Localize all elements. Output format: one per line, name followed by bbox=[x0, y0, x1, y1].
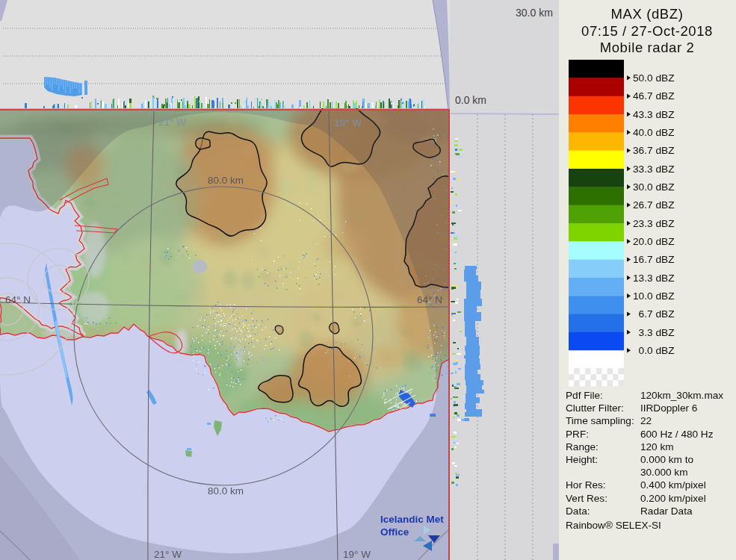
svg-text:Radar Data: Radar Data bbox=[640, 505, 693, 517]
svg-text:Office: Office bbox=[380, 526, 409, 538]
svg-text:64° N: 64° N bbox=[5, 294, 31, 305]
svg-text:33.3 dBZ: 33.3 dBZ bbox=[633, 164, 675, 175]
svg-text:0.200 km/pixel: 0.200 km/pixel bbox=[640, 493, 706, 504]
svg-text:120km_30km.max: 120km_30km.max bbox=[640, 390, 723, 401]
svg-text:0.0 km: 0.0 km bbox=[455, 94, 486, 106]
svg-text:36.7 dBZ: 36.7 dBZ bbox=[633, 145, 675, 156]
svg-text:Rainbow® SELEX-SI: Rainbow® SELEX-SI bbox=[566, 520, 661, 531]
svg-text:PRF:: PRF: bbox=[566, 429, 589, 440]
svg-text:64° N: 64° N bbox=[417, 294, 442, 305]
svg-text:19° W: 19° W bbox=[334, 117, 362, 128]
svg-text:Data:: Data: bbox=[566, 505, 590, 517]
svg-text:Pdf File:: Pdf File: bbox=[566, 390, 603, 401]
svg-text:Range:: Range: bbox=[566, 441, 599, 452]
svg-text:600 Hz / 480 Hz: 600 Hz / 480 Hz bbox=[640, 429, 714, 440]
svg-text:30.000 km: 30.000 km bbox=[640, 467, 687, 478]
svg-text:30.0 dBZ: 30.0 dBZ bbox=[633, 181, 675, 193]
svg-text:3.3 dBZ: 3.3 dBZ bbox=[633, 327, 675, 338]
svg-text:Vert Res:: Vert Res: bbox=[566, 493, 607, 504]
svg-text:21° W: 21° W bbox=[158, 116, 186, 128]
svg-text:20.0 dBZ: 20.0 dBZ bbox=[633, 236, 675, 247]
svg-text:19° W: 19° W bbox=[343, 549, 371, 560]
svg-text:16.7 dBZ: 16.7 dBZ bbox=[633, 254, 675, 265]
svg-text:IIRDoppler 6: IIRDoppler 6 bbox=[640, 402, 697, 414]
svg-text:13.3 dBZ: 13.3 dBZ bbox=[633, 273, 675, 284]
svg-text:120 km: 120 km bbox=[640, 441, 674, 452]
svg-text:Mobile radar 2: Mobile radar 2 bbox=[600, 40, 695, 55]
svg-text:10.0 dBZ: 10.0 dBZ bbox=[633, 290, 675, 302]
svg-text:Height:: Height: bbox=[566, 454, 598, 465]
svg-text:0.000 km to: 0.000 km to bbox=[640, 454, 693, 465]
svg-text:Clutter Filter:: Clutter Filter: bbox=[566, 402, 624, 414]
svg-text:0.0 dBZ: 0.0 dBZ bbox=[633, 345, 675, 356]
svg-text:46.7 dBZ: 46.7 dBZ bbox=[633, 90, 675, 102]
svg-text:26.7 dBZ: 26.7 dBZ bbox=[633, 199, 675, 211]
svg-text:6.7 dBZ: 6.7 dBZ bbox=[633, 308, 675, 320]
svg-text:0.400 km/pixel: 0.400 km/pixel bbox=[640, 479, 706, 491]
svg-text:40.0 dBZ: 40.0 dBZ bbox=[633, 127, 675, 138]
svg-text:MAX (dBZ): MAX (dBZ) bbox=[611, 6, 684, 22]
svg-text:50.0 dBZ: 50.0 dBZ bbox=[633, 72, 675, 84]
svg-text:43.3 dBZ: 43.3 dBZ bbox=[633, 109, 675, 120]
svg-text:80.0 km: 80.0 km bbox=[208, 485, 244, 497]
svg-text:Time sampling:: Time sampling: bbox=[566, 415, 634, 426]
svg-text:23.3 dBZ: 23.3 dBZ bbox=[633, 218, 675, 229]
svg-text:Hor Res:: Hor Res: bbox=[566, 479, 606, 491]
svg-text:21° W: 21° W bbox=[154, 549, 182, 560]
svg-text:22: 22 bbox=[640, 415, 652, 426]
svg-text:30.0 km: 30.0 km bbox=[516, 7, 553, 19]
svg-text:07:15 / 27-Oct-2018: 07:15 / 27-Oct-2018 bbox=[581, 23, 713, 39]
svg-text:80.0 km: 80.0 km bbox=[208, 175, 244, 186]
svg-text:Icelandic Met: Icelandic Met bbox=[380, 514, 444, 525]
